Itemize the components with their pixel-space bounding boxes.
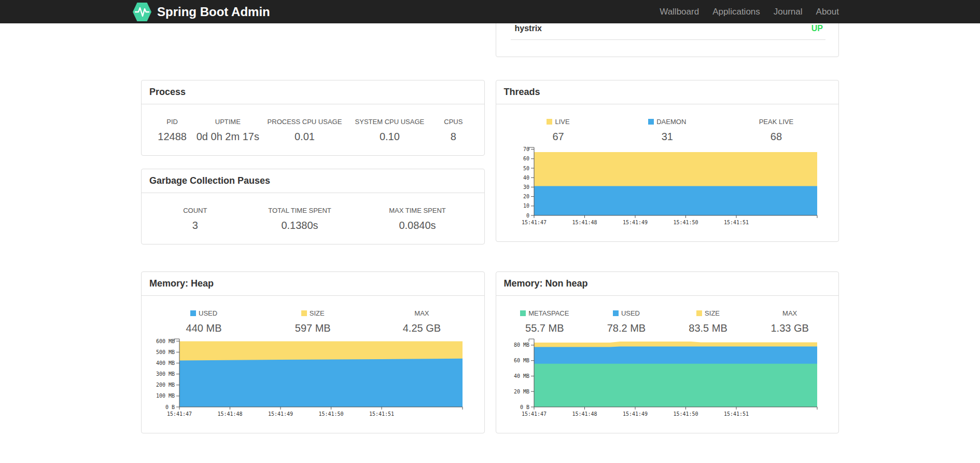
legend-swatch-used	[613, 310, 619, 316]
gc-panel-title: Garbage Collection Pauses	[149, 175, 270, 186]
metric-value: 0.01	[260, 131, 348, 143]
nav-item-applications[interactable]: Applications	[706, 7, 767, 17]
metric-label: SYSTEM CPU USAGE	[349, 118, 431, 126]
metric-value: 55.7 MB	[504, 322, 586, 334]
svg-text:15:41:50: 15:41:50	[318, 411, 343, 417]
threads-chart: 01020304050607015:41:4715:41:4815:41:491…	[504, 145, 831, 228]
memory-heap-panel-heading: Memory: Heap	[142, 272, 484, 296]
svg-text:40: 40	[523, 175, 529, 181]
svg-text:15:41:48: 15:41:48	[217, 411, 242, 417]
metric-label: MAX	[749, 309, 831, 317]
legend-swatch-size	[696, 310, 702, 316]
metric-value: 68	[722, 131, 831, 143]
svg-text:40 MB: 40 MB	[513, 373, 529, 379]
metric-system-cpu-usage: SYSTEM CPU USAGE 0.10	[349, 118, 431, 143]
threads-area-chart: 01020304050607015:41:4715:41:4815:41:491…	[504, 145, 820, 228]
threads-panel: Threads LIVE 67 DAEMON 31 PEAK LIVE 68	[496, 80, 839, 242]
svg-text:20: 20	[523, 194, 529, 199]
metric-value: 78.2 MB	[585, 322, 667, 334]
svg-text:80 MB: 80 MB	[513, 342, 529, 348]
svg-text:200 MB: 200 MB	[156, 382, 175, 388]
legend-swatch-metaspace	[520, 310, 526, 316]
memory-nonheap-panel: Memory: Non heap METASPACE 55.7 MB USED …	[496, 271, 839, 433]
metric-value: 1.33 GB	[749, 322, 831, 334]
svg-text:15:41:50: 15:41:50	[673, 220, 698, 225]
svg-text:15:41:49: 15:41:49	[622, 220, 647, 225]
svg-text:50: 50	[523, 166, 529, 171]
memory-row: Memory: Heap USED 440 MB SIZE 597 MB MAX…	[141, 271, 839, 433]
svg-text:0: 0	[526, 213, 529, 219]
process-metrics: PID 12488 UPTIME 0d 0h 2m 17s PROCESS CP…	[149, 118, 477, 143]
svg-text:15:41:47: 15:41:47	[521, 220, 546, 225]
svg-text:15:41:48: 15:41:48	[572, 411, 597, 417]
metric-label: CPUS	[430, 118, 476, 126]
metric-nonheap-max: MAX 1.33 GB	[749, 309, 831, 334]
metric-cpus: CPUS 8	[430, 118, 476, 143]
navbar-menu: Wallboard Applications Journal About	[653, 7, 839, 17]
metric-label: USED	[585, 309, 667, 317]
metric-nonheap-size: SIZE 83.5 MB	[667, 309, 749, 334]
nav-item-wallboard[interactable]: Wallboard	[653, 7, 706, 17]
metric-value: 31	[613, 131, 722, 143]
metric-heap-used: USED 440 MB	[149, 309, 258, 334]
metric-value: 0.10	[349, 131, 431, 143]
memory-nonheap-panel-body: METASPACE 55.7 MB USED 78.2 MB SIZE 83.5…	[496, 296, 839, 433]
memory-heap-panel-body: USED 440 MB SIZE 597 MB MAX 4.25 GB 0 B1…	[142, 296, 484, 433]
svg-text:0 B: 0 B	[520, 404, 529, 410]
svg-text:15:41:49: 15:41:49	[622, 411, 647, 417]
gc-panel: Garbage Collection Pauses COUNT 3 TOTAL …	[141, 169, 485, 244]
process-panel-title: Process	[149, 87, 186, 97]
metric-value: 8	[430, 131, 476, 143]
process-panel: Process PID 12488 UPTIME 0d 0h 2m 17s	[141, 80, 485, 156]
brand-link[interactable]: Spring Boot Admin	[132, 2, 270, 22]
memory-heap-area-chart: 0 B100 MB200 MB300 MB400 MB500 MB600 MB1…	[149, 336, 466, 419]
memory-nonheap-area-chart: 0 B20 MB40 MB60 MB80 MB15:41:4715:41:481…	[504, 336, 820, 419]
nav-item-journal[interactable]: Journal	[767, 7, 809, 17]
heap-legend: USED 440 MB SIZE 597 MB MAX 4.25 GB	[149, 309, 477, 334]
threads-panel-title: Threads	[504, 87, 540, 97]
memory-heap-panel: Memory: Heap USED 440 MB SIZE 597 MB MAX…	[141, 271, 485, 433]
svg-text:30: 30	[523, 184, 529, 190]
metric-label: PROCESS CPU USAGE	[260, 118, 348, 126]
application-name: hystrix	[515, 24, 542, 33]
svg-text:15:41:50: 15:41:50	[673, 411, 698, 417]
svg-text:70: 70	[523, 146, 529, 152]
metric-label: MAX TIME SPENT	[359, 207, 477, 214]
brand-title: Spring Boot Admin	[157, 5, 270, 19]
svg-text:60: 60	[523, 156, 529, 161]
metric-gc-total-time: TOTAL TIME SPENT 0.1380s	[241, 207, 359, 232]
metric-label: DAEMON	[613, 118, 722, 126]
svg-text:10: 10	[523, 203, 529, 209]
threads-legend: LIVE 67 DAEMON 31 PEAK LIVE 68	[504, 118, 831, 143]
svg-text:15:41:47: 15:41:47	[167, 411, 192, 417]
svg-text:15:41:51: 15:41:51	[723, 220, 748, 225]
metric-nonheap-metaspace: METASPACE 55.7 MB	[504, 309, 586, 334]
svg-text:15:41:51: 15:41:51	[723, 411, 748, 417]
metric-label: LIVE	[504, 118, 613, 126]
metric-value: 4.25 GB	[367, 322, 476, 334]
threads-panel-body: LIVE 67 DAEMON 31 PEAK LIVE 68 010203040…	[496, 104, 839, 241]
metric-heap-max: MAX 4.25 GB	[367, 309, 476, 334]
metric-label: PID	[149, 118, 195, 126]
nav-item-about[interactable]: About	[809, 7, 839, 17]
metric-label: METASPACE	[504, 309, 586, 317]
metric-pid: PID 12488	[149, 118, 195, 143]
top-navbar: Spring Boot Admin Wallboard Applications…	[0, 0, 980, 23]
metric-value: 0.1380s	[241, 220, 359, 232]
svg-text:15:41:47: 15:41:47	[521, 411, 546, 417]
metric-label: MAX	[367, 309, 476, 317]
threads-panel-heading: Threads	[496, 80, 839, 104]
svg-text:400 MB: 400 MB	[156, 360, 175, 366]
metric-value: 83.5 MB	[667, 322, 749, 334]
svg-text:600 MB: 600 MB	[156, 338, 175, 344]
metric-threads-peak-live: PEAK LIVE 68	[722, 118, 831, 143]
memory-nonheap-panel-heading: Memory: Non heap	[496, 272, 839, 296]
metric-value: 597 MB	[258, 322, 367, 334]
metric-label: PEAK LIVE	[722, 118, 831, 126]
metric-label: SIZE	[667, 309, 749, 317]
metric-process-cpu-usage: PROCESS CPU USAGE 0.01	[260, 118, 348, 143]
svg-text:15:41:51: 15:41:51	[369, 411, 394, 417]
svg-text:15:41:49: 15:41:49	[268, 411, 293, 417]
process-panel-heading: Process	[142, 80, 484, 104]
nonheap-legend: METASPACE 55.7 MB USED 78.2 MB SIZE 83.5…	[504, 309, 831, 334]
